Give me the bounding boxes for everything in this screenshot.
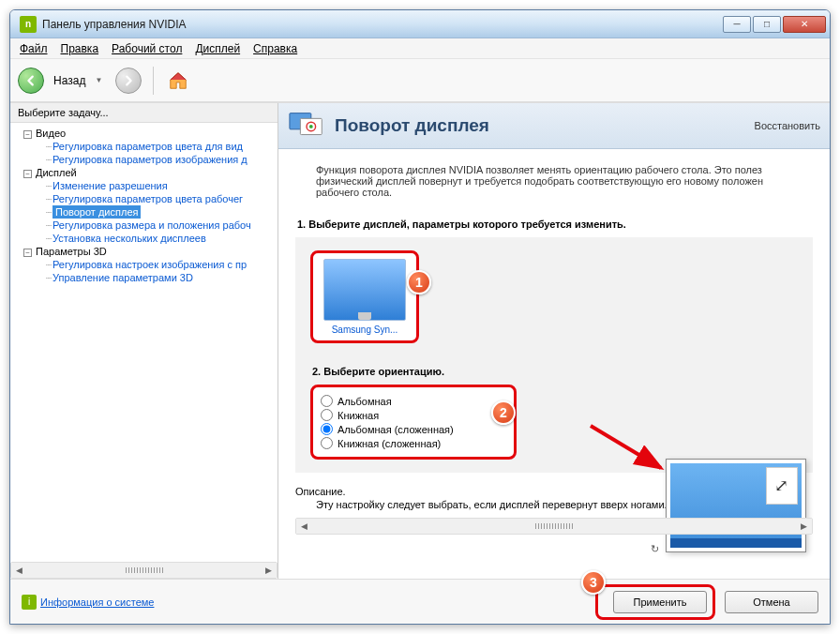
system-info-link[interactable]: Информация о системе — [40, 596, 154, 608]
preview-monitor-icon: ⤢ — [666, 459, 806, 552]
menu-edit[interactable]: Правка — [61, 42, 99, 55]
display-selector[interactable]: Samsung Syn... 1 — [310, 250, 419, 343]
home-button[interactable] — [165, 68, 191, 94]
tree-item[interactable]: Регулировка параметров цвета для вид — [52, 141, 243, 152]
radio-portrait[interactable]: Книжная — [321, 409, 506, 421]
close-button[interactable]: ✕ — [783, 16, 826, 33]
task-tree: −Видео ┈Регулировка параметров цвета для… — [10, 123, 278, 554]
cancel-button[interactable]: Отмена — [725, 591, 818, 613]
step1-title: 1. Выберите дисплей, параметры которого … — [297, 219, 813, 230]
annotation-badge-2: 2 — [491, 400, 516, 425]
back-label: Назад — [53, 74, 85, 87]
maximize-button[interactable]: □ — [753, 16, 781, 33]
rotate-icon[interactable]: ↻ — [647, 543, 662, 558]
window-title: Панель управления NVIDIA — [42, 18, 723, 31]
sysinfo-icon: i — [22, 595, 37, 610]
radio-landscape[interactable]: Альбомная — [321, 395, 506, 407]
tree-group-video[interactable]: Видео — [36, 128, 66, 139]
toolbar: Назад ▼ — [10, 59, 830, 102]
tree-item[interactable]: Изменение разрешения — [52, 180, 168, 191]
footer: i Информация о системе 3 Применить Отмен… — [10, 579, 830, 624]
orientation-group: Альбомная Книжная Альбомная (сложенная) … — [310, 385, 517, 460]
step2-title: 2. Выберите ориентацию. — [312, 366, 798, 377]
content-header: Поворот дисплея Восстановить — [278, 103, 830, 149]
back-dropdown-icon[interactable]: ▼ — [95, 76, 102, 84]
tree-group-display[interactable]: Дисплей — [36, 167, 77, 178]
collapse-icon[interactable]: − — [23, 170, 32, 178]
tree-group-3d[interactable]: Параметры 3D — [36, 246, 107, 257]
menubar: Файл Правка Рабочий стол Дисплей Справка — [10, 38, 830, 59]
tree-item[interactable]: Регулировка размера и положения рабоч — [52, 219, 251, 231]
display-name: Samsung Syn... — [319, 325, 411, 335]
menu-help[interactable]: Справка — [253, 42, 297, 55]
menu-file[interactable]: Файл — [20, 42, 48, 55]
monitor-icon — [323, 259, 406, 321]
apply-highlight: 3 Применить — [595, 584, 715, 620]
svg-point-3 — [309, 125, 313, 128]
tree-item[interactable]: Установка нескольких дисплеев — [52, 233, 206, 244]
tree-item[interactable]: Регулировка настроек изображения с пр — [52, 259, 247, 270]
titlebar[interactable]: n Панель управления NVIDIA ─ □ ✕ — [10, 10, 830, 38]
tree-item[interactable]: Регулировка параметров изображения д — [52, 154, 248, 165]
minimize-button[interactable]: ─ — [723, 16, 751, 33]
annotation-badge-3: 3 — [581, 570, 606, 595]
nvidia-icon: n — [20, 16, 37, 33]
window-frame: n Панель управления NVIDIA ─ □ ✕ Файл Пр… — [9, 9, 831, 625]
page-title: Поворот дисплея — [335, 115, 755, 136]
menu-display[interactable]: Дисплей — [195, 42, 240, 55]
content-scrollbar[interactable] — [295, 518, 813, 535]
tree-item-selected[interactable]: Поворот дисплея — [52, 205, 141, 219]
menu-desktop[interactable]: Рабочий стол — [112, 42, 182, 55]
collapse-icon[interactable]: − — [23, 130, 32, 139]
content-body: Функция поворота дисплея NVIDIA позволяе… — [278, 149, 830, 579]
sidebar-scrollbar[interactable] — [10, 562, 278, 579]
content-pane: Поворот дисплея Восстановить Функция пов… — [278, 103, 830, 579]
apply-button[interactable]: Применить — [613, 591, 707, 613]
radio-portrait-flipped[interactable]: Книжная (сложенная) — [321, 437, 506, 449]
task-header: Выберите задачу... — [10, 103, 278, 123]
tree-item[interactable]: Управление параметрами 3D — [52, 272, 193, 283]
back-button[interactable] — [18, 68, 44, 94]
tree-item[interactable]: Регулировка параметров цвета рабочег — [52, 193, 243, 204]
forward-button[interactable] — [115, 68, 142, 94]
rotate-display-icon — [288, 109, 327, 143]
annotation-badge-1: 1 — [407, 270, 431, 294]
orientation-preview: ↻ ⤢ — [642, 459, 811, 558]
task-sidebar: Выберите задачу... −Видео ┈Регулировка п… — [10, 103, 278, 579]
collapse-icon[interactable]: − — [23, 249, 32, 257]
restore-link[interactable]: Восстановить — [755, 120, 820, 131]
radio-landscape-flipped[interactable]: Альбомная (сложенная) — [321, 423, 506, 435]
intro-text: Функция поворота дисплея NVIDIA позволяе… — [295, 158, 813, 209]
